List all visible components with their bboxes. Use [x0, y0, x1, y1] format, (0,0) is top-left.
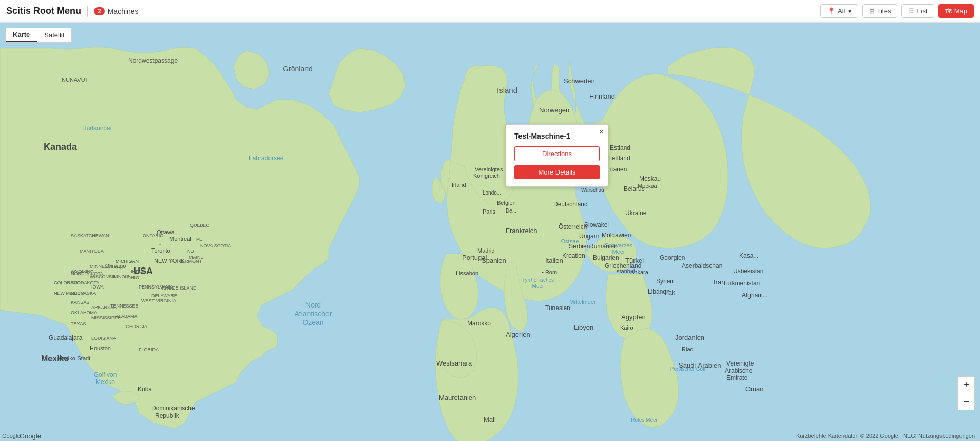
- svg-text:Deutschland: Deutschland: [553, 201, 588, 208]
- machines-label: Machines: [108, 7, 139, 15]
- svg-text:Algerien: Algerien: [506, 331, 530, 338]
- svg-text:LOUISIANA: LOUISIANA: [91, 336, 116, 341]
- svg-text:Italien: Italien: [545, 257, 563, 264]
- svg-text:Syrien: Syrien: [656, 278, 674, 285]
- svg-text:Kasa...: Kasa...: [739, 252, 758, 259]
- svg-text:Mittelmeer: Mittelmeer: [569, 299, 596, 305]
- svg-text:COLORADO: COLORADO: [54, 280, 81, 285]
- svg-text:Mexiko: Mexiko: [95, 378, 115, 386]
- svg-text:Kroatien: Kroatien: [562, 252, 585, 259]
- svg-text:Irland: Irland: [452, 182, 466, 188]
- svg-text:Arabische: Arabische: [725, 367, 753, 374]
- karte-tab[interactable]: Karte: [6, 28, 37, 42]
- popup-title: Test-Maschine-1: [514, 132, 600, 140]
- svg-text:Nord: Nord: [305, 301, 321, 309]
- svg-text:Atlantischer: Atlantischer: [294, 310, 332, 318]
- svg-text:NOVA SCOTIA: NOVA SCOTIA: [200, 243, 231, 248]
- svg-text:Tunesien: Tunesien: [545, 304, 570, 312]
- svg-text:Island: Island: [497, 86, 517, 94]
- svg-text:Belarus: Belarus: [624, 185, 645, 193]
- tiles-view-button[interactable]: ⊞ Tiles: [862, 4, 898, 18]
- svg-text:Warschau: Warschau: [581, 187, 604, 193]
- directions-button[interactable]: Directions: [514, 146, 600, 161]
- map-label: Map: [954, 7, 967, 15]
- svg-text:TEXAS: TEXAS: [71, 321, 86, 327]
- svg-text:ILLINOIS: ILLINOIS: [110, 274, 129, 279]
- svg-text:OKLAHOMA: OKLAHOMA: [71, 310, 97, 315]
- svg-text:Königreich: Königreich: [473, 172, 500, 179]
- map-view-button[interactable]: 🗺 Map: [938, 4, 974, 18]
- map-type-tabs: Karte Satellit: [5, 28, 72, 43]
- svg-text:Usbekistan: Usbekistan: [733, 267, 763, 275]
- svg-text:Emirate: Emirate: [726, 374, 748, 381]
- header-right: 📍 All ▾ ⊞ Tiles ☰ List 🗺 Map: [820, 4, 974, 18]
- svg-text:Bulgarien: Bulgarien: [593, 254, 619, 261]
- svg-text:Mexiko-Stadt: Mexiko-Stadt: [57, 355, 90, 361]
- svg-text:Norwegen: Norwegen: [539, 106, 569, 114]
- svg-text:Mauretanien: Mauretanien: [439, 394, 476, 401]
- svg-text:MAINE: MAINE: [189, 255, 204, 260]
- tiles-label: Tiles: [877, 7, 891, 15]
- svg-text:Montreal: Montreal: [169, 236, 191, 242]
- svg-text:Labradorsee: Labradorsee: [249, 155, 284, 162]
- map-icon: 🗺: [945, 7, 952, 15]
- header: Scitis Root Menu 2 Machines 📍 All ▾ ⊞ Ti…: [0, 0, 980, 23]
- svg-text:Vereinigtes: Vereinigtes: [475, 166, 503, 172]
- svg-text:•: •: [159, 242, 161, 247]
- svg-text:GEORGIA: GEORGIA: [126, 324, 147, 329]
- svg-text:Jordanien: Jordanien: [675, 334, 704, 341]
- popup-close-button[interactable]: ×: [599, 128, 604, 136]
- svg-text:MANITOBA: MANITOBA: [80, 248, 104, 254]
- svg-text:Londo...: Londo...: [483, 190, 501, 196]
- svg-text:ALABAMA: ALABAMA: [116, 314, 138, 319]
- app-title: Scitis Root Menu: [6, 6, 81, 16]
- header-divider: [87, 6, 88, 17]
- list-view-button[interactable]: ☰ List: [901, 4, 934, 18]
- svg-text:Ukraine: Ukraine: [625, 209, 647, 217]
- svg-text:WEST-VIRGINIA: WEST-VIRGINIA: [141, 298, 176, 303]
- map-attribution-right: Kurzbefehle Kartendaten © 2022 Google, I…: [796, 433, 975, 439]
- svg-text:Houston: Houston: [90, 345, 111, 351]
- google-logo: Google: [2, 433, 20, 439]
- svg-text:RHODE ISLAND: RHODE ISLAND: [162, 285, 197, 291]
- svg-text:Aserbaidschan: Aserbaidschan: [682, 262, 722, 270]
- svg-text:Ankara: Ankara: [630, 269, 649, 275]
- more-details-button[interactable]: More Details: [514, 165, 600, 179]
- svg-text:PE: PE: [196, 237, 202, 242]
- svg-text:FLORIDA: FLORIDA: [139, 347, 159, 352]
- google-attribution: Google: [2, 433, 20, 439]
- map-container[interactable]: Nord Atlantischer Ozean Golf von Mexiko …: [0, 23, 980, 441]
- svg-text:NB: NB: [187, 248, 194, 254]
- svg-text:Riad: Riad: [682, 346, 694, 352]
- satellit-tab[interactable]: Satellit: [37, 28, 71, 42]
- svg-text:NEW MEXICO: NEW MEXICO: [54, 291, 84, 296]
- svg-text:Marokko: Marokko: [467, 320, 491, 327]
- machines-badge: 2 Machines: [94, 7, 139, 15]
- svg-text:Guadalajara: Guadalajara: [49, 334, 83, 341]
- svg-text:De...: De...: [506, 208, 516, 214]
- svg-text:DELAWARE: DELAWARE: [151, 293, 177, 298]
- svg-text:Vereinigte: Vereinigte: [726, 360, 754, 367]
- list-icon: ☰: [908, 7, 914, 15]
- zoom-out-button[interactable]: −: [958, 393, 974, 410]
- svg-text:Lissabon: Lissabon: [456, 270, 478, 276]
- zoom-in-button[interactable]: +: [958, 377, 974, 393]
- svg-text:Irak: Irak: [665, 289, 676, 296]
- svg-text:Grönland: Grönland: [283, 65, 313, 73]
- svg-text:Georgien: Georgien: [660, 254, 685, 261]
- svg-text:SASKATCHEWAN: SASKATCHEWAN: [71, 233, 109, 238]
- svg-text:Österreich: Österreich: [559, 223, 587, 231]
- svg-text:Google: Google: [20, 432, 41, 440]
- svg-text:• Rom: • Rom: [542, 269, 557, 275]
- svg-text:Tyrrhenisches: Tyrrhenisches: [522, 277, 554, 283]
- chevron-down-icon: ▾: [848, 7, 852, 15]
- svg-text:Serbien: Serbien: [569, 243, 590, 250]
- svg-text:Litauen: Litauen: [607, 166, 627, 173]
- svg-text:Oman: Oman: [745, 385, 763, 393]
- svg-text:Slowakei: Slowakei: [584, 221, 609, 228]
- svg-text:QUÉBEC: QUÉBEC: [190, 223, 210, 228]
- svg-text:Kairo: Kairo: [620, 324, 633, 331]
- filter-all-button[interactable]: 📍 All ▾: [820, 4, 858, 18]
- svg-text:Türkei: Türkei: [625, 257, 644, 264]
- svg-text:Belgien: Belgien: [497, 200, 516, 206]
